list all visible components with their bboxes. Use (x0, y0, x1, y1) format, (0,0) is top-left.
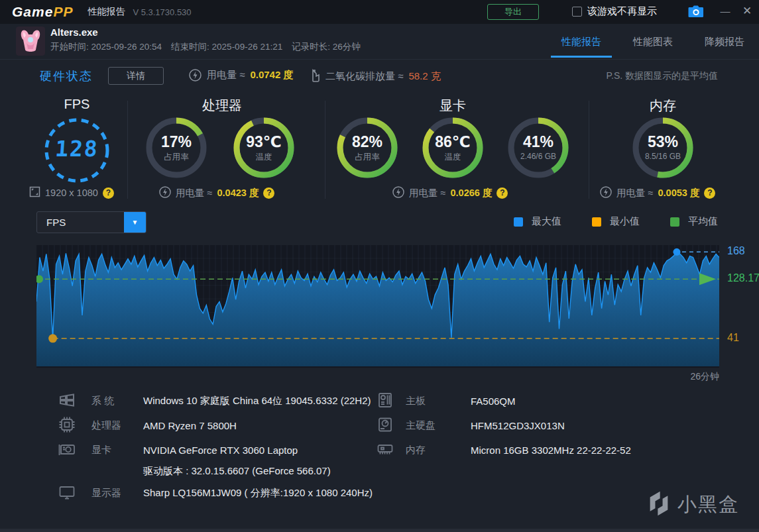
detail-button[interactable]: 详情 (108, 67, 164, 85)
game-icon (16, 27, 45, 56)
app-version: V 5.3.1730.530 (133, 7, 191, 17)
metric-dropdown[interactable]: FPS ▼ (36, 211, 146, 233)
game-exe-name: Alters.exe (50, 27, 98, 38)
hardware-status-heading: 硬件状态 (40, 68, 93, 84)
co2-value: 58.2 克 (408, 70, 440, 83)
legend-max: 最大值 (514, 215, 561, 228)
fps-gauge: 128 (42, 116, 111, 185)
heybox-logo-icon (647, 490, 671, 519)
title-bar: GamePP 性能报告 V 5.3.1730.530 导出 该游戏不再显示 — … (0, 0, 759, 24)
mem-power: 用电量 ≈ 0.0053 度 ? (600, 186, 715, 200)
divider (325, 101, 325, 199)
window-bottom-edge (0, 529, 759, 532)
chevron-down-icon: ▼ (132, 219, 139, 226)
dropdown-button[interactable]: ▼ (124, 212, 146, 233)
cpu-power: 用电量 ≈ 0.0423 度 ? (159, 186, 274, 200)
fps-section-title: FPS (30, 97, 123, 112)
motherboard-icon (377, 392, 395, 410)
chart-avg-label: 128.17 (727, 272, 759, 284)
disk-row: 主硬盘 HFM512GD3JX013N (377, 416, 565, 435)
metric-dropdown-value: FPS (37, 212, 124, 233)
legend-avg: 平均值 (670, 215, 718, 228)
power-icon (159, 186, 171, 200)
game-header: Alters.exe 开始时间: 2025-09-26 20:54 结束时间: … (0, 24, 759, 60)
gpu-vram-gauge: 41% 2.46/6 GB (506, 116, 570, 180)
legend-min-swatch (592, 217, 601, 227)
page-title: 性能报告 (88, 6, 125, 18)
minimize-button[interactable]: — (717, 3, 733, 20)
co2-emission: 二氧化碳排放量 ≈ 58.2 克 (310, 69, 441, 84)
power-icon (392, 186, 404, 200)
gpu-driver-row: 驱动版本 : 32.0.15.6607 (GeForce 566.07) (58, 462, 331, 480)
chart-min-label: 41 (727, 332, 739, 344)
ps-note: P.S. 数据图显示的是平均值 (606, 70, 718, 82)
gpu-usage-gauge: 82% 占用率 (335, 116, 399, 180)
disk-icon (377, 416, 395, 435)
mem-section-title: 内存 (616, 97, 709, 115)
heybox-brand: 小黑盒 (647, 490, 739, 519)
chart-legend: 最大值 最小值 平均值 (514, 215, 718, 228)
gauge-row: FPS 处理器 显卡 内存 128 17% 占用率 93℃ 温度 82% 占用率 (0, 93, 759, 205)
cpu-row: 处理器 AMD Ryzen 7 5800H (58, 416, 237, 435)
chart-max-label: 168 (727, 245, 745, 257)
export-button[interactable]: 导出 (487, 4, 539, 20)
tab-throttle-report[interactable]: 降频报告 (705, 24, 744, 60)
gpu-icon (58, 441, 77, 459)
dont-show-label: 该游戏不再显示 (587, 5, 657, 18)
start-time: 开始时间: 2025-09-26 20:54 (50, 41, 162, 53)
motherboard-row: 主板 FA506QM (377, 392, 516, 410)
legend-max-swatch (514, 217, 523, 227)
tab-performance-report[interactable]: 性能报告 (561, 24, 601, 60)
total-power-usage: 用电量 ≈ 0.0742 度 (189, 69, 293, 81)
legend-min: 最小值 (592, 215, 640, 228)
divider (127, 101, 128, 199)
power-icon (189, 69, 202, 81)
ram-icon (377, 441, 395, 459)
legend-avg-swatch (670, 217, 679, 227)
help-icon[interactable]: ? (103, 187, 114, 199)
gpu-section-title: 显卡 (406, 97, 499, 115)
hardware-status-bar: 硬件状态 详情 用电量 ≈ 0.0742 度 二氧化碳排放量 ≈ 58.2 克 … (0, 60, 759, 92)
power-value: 0.0742 度 (250, 69, 293, 81)
gpu-temp-gauge: 86℃ 温度 (421, 116, 485, 180)
report-tabs: 性能报告 性能图表 降频报告 (561, 24, 744, 60)
system-icon (58, 392, 77, 410)
resolution-icon (29, 186, 40, 199)
chart-controls: FPS ▼ 最大值 最小值 平均值 (0, 211, 759, 235)
mem-usage-gauge: 53% 8.5/16 GB (631, 116, 695, 180)
duration: 记录时长: 26分钟 (292, 41, 361, 53)
gamepp-logo: GamePP (12, 4, 73, 20)
gpu-row: 显卡 NVIDIA GeForce RTX 3060 Laptop (58, 441, 298, 459)
fps-resolution: 1920 x 1080 ? (29, 186, 114, 199)
fps-value: 128 (42, 136, 113, 162)
cpu-section-title: 处理器 (176, 97, 268, 115)
cpu-icon (58, 416, 77, 435)
cpu-usage-gauge: 17% 占用率 (145, 116, 208, 180)
help-icon[interactable]: ? (704, 187, 715, 199)
co2-icon (310, 69, 320, 84)
dont-show-checkbox[interactable] (572, 7, 582, 17)
ram-row: 内存 Micron 16GB 3302MHz 22-22-22-52 (377, 441, 631, 459)
end-time: 结束时间: 2025-09-26 21:21 (171, 41, 282, 53)
gpu-power: 用电量 ≈ 0.0266 度 ? (392, 186, 508, 200)
cpu-temp-gauge: 93℃ 温度 (232, 116, 296, 180)
system-row: 系 统 Windows 10 家庭版 China 64位 19045.6332 … (58, 392, 371, 410)
divider (589, 101, 589, 199)
chart-duration-label: 26分钟 (36, 371, 719, 383)
help-icon[interactable]: ? (263, 187, 274, 199)
help-icon[interactable]: ? (496, 187, 508, 199)
screenshot-camera-icon[interactable] (688, 5, 704, 18)
monitor-row: 显示器 Sharp LQ156M1JW09 ( 分辨率:1920 x 1080 … (58, 484, 373, 502)
tab-performance-chart[interactable]: 性能图表 (633, 24, 673, 60)
session-times: 开始时间: 2025-09-26 20:54 结束时间: 2025-09-26 … (50, 41, 361, 53)
close-button[interactable]: ✕ (738, 3, 756, 20)
monitor-icon (58, 484, 77, 502)
fps-chart[interactable]: 168 128.17 41 (36, 245, 719, 368)
power-icon (600, 186, 612, 200)
